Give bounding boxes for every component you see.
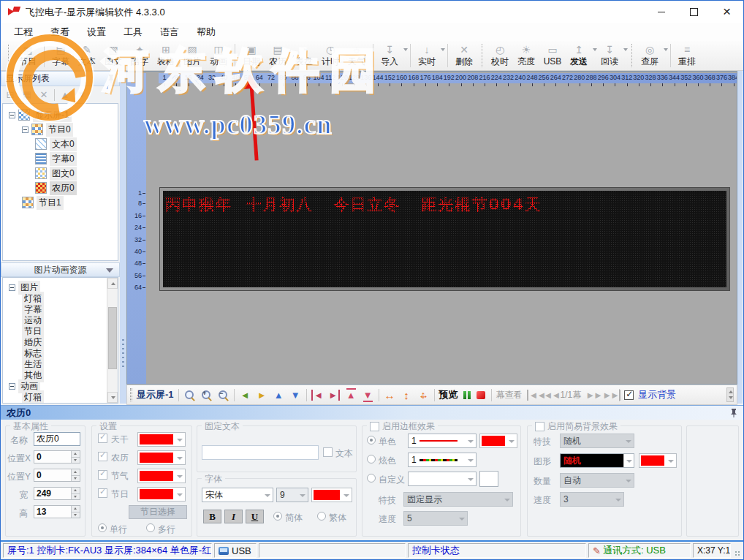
toolbar-button-clock-dial[interactable]: ◔表盘: [291, 42, 317, 69]
stretch-vertical-icon[interactable]: [401, 389, 413, 401]
dazzle-color-radio[interactable]: [367, 455, 376, 463]
menu-item[interactable]: 查看: [42, 23, 78, 41]
stretch-full-icon[interactable]: [417, 389, 430, 401]
tree-node[interactable]: 生活: [3, 359, 118, 370]
add-screen-icon[interactable]: ⊞: [4, 89, 17, 100]
border-color-dropdown[interactable]: [479, 434, 517, 448]
align-top-icon[interactable]: [345, 389, 357, 401]
tree-node[interactable]: 婚庆: [3, 337, 118, 348]
tree-node[interactable]: 节目1: [3, 195, 118, 210]
traditional-radio[interactable]: [317, 512, 326, 521]
pause-icon[interactable]: [463, 389, 471, 401]
dazzle-style-dropdown[interactable]: 1: [408, 453, 477, 467]
sidebar-splitter[interactable]: [120, 71, 126, 404]
custom-radio[interactable]: [367, 474, 376, 483]
bg-count-dropdown[interactable]: 自动: [560, 473, 634, 488]
menu-item[interactable]: 帮助: [188, 23, 224, 41]
lunar-color-dropdown[interactable]: [137, 450, 186, 465]
bg-effect-checkbox[interactable]: [535, 422, 544, 431]
tree-node[interactable]: 运动: [3, 315, 118, 326]
zoom-out-icon[interactable]: [217, 389, 229, 401]
holiday-select-button[interactable]: 节日选择: [129, 505, 187, 519]
tree-node[interactable]: 图片: [3, 282, 118, 293]
font-size-dropdown[interactable]: 9: [276, 488, 308, 502]
toolbar-button-richtext[interactable]: ▧图文: [100, 42, 126, 69]
delete-node-icon[interactable]: ✕: [37, 89, 50, 100]
tree-node[interactable]: 动画: [3, 381, 118, 392]
toolbar-button-readback[interactable]: ↧回读: [596, 42, 627, 69]
toolbar-button-brightness[interactable]: ☀亮度: [513, 42, 539, 69]
menu-item[interactable]: 工程: [5, 23, 42, 41]
underline-button[interactable]: U: [246, 510, 264, 523]
expander-icon[interactable]: [9, 383, 15, 390]
close-button[interactable]: [710, 1, 743, 22]
toolbar-button-weather[interactable]: ☼天气: [343, 42, 370, 69]
toolbar-button-sync-time[interactable]: ◴校时: [487, 42, 513, 69]
scrollbar-thumb[interactable]: [108, 307, 117, 369]
tiangan-color-dropdown[interactable]: [137, 432, 186, 447]
custom-style-dropdown[interactable]: [408, 472, 477, 486]
zoom-in-icon[interactable]: [200, 389, 213, 401]
single-line-radio[interactable]: [98, 523, 107, 532]
menu-item[interactable]: 设置: [78, 23, 115, 41]
dropdown-arrow[interactable]: [664, 48, 668, 51]
fixed-text-checkbox[interactable]: [323, 447, 333, 457]
font-color-dropdown[interactable]: [311, 488, 352, 502]
toolbar-button-realtime[interactable]: ↓实时: [414, 42, 444, 69]
italic-button[interactable]: I: [224, 510, 243, 523]
expander-icon[interactable]: [9, 112, 15, 118]
tree-node[interactable]: 文本0: [3, 137, 118, 151]
holiday-color-dropdown[interactable]: [137, 487, 186, 502]
show-background-checkbox[interactable]: [624, 390, 634, 400]
stretch-horizontal-icon[interactable]: [384, 389, 396, 401]
move-down-arrow-icon[interactable]: [289, 389, 302, 401]
solar-term-checkbox[interactable]: [98, 470, 107, 480]
bg-speed-dropdown[interactable]: 3: [560, 492, 624, 507]
prev-frame-icon[interactable]: [544, 389, 556, 401]
pos-y-stepper[interactable]: 0: [34, 469, 80, 482]
bg-effect-dropdown[interactable]: 随机: [560, 434, 634, 448]
height-stepper[interactable]: 13: [34, 505, 80, 518]
dropdown-arrow[interactable]: [623, 48, 628, 51]
toolbar-button-send[interactable]: ↥发送: [566, 42, 596, 69]
toolbar-button-text[interactable]: ✎文本: [74, 42, 100, 69]
align-left-icon[interactable]: [311, 389, 324, 401]
toolbar-button-import[interactable]: ↧导入: [376, 42, 407, 69]
maximize-button[interactable]: [677, 1, 710, 22]
toolbar-grip[interactable]: [130, 388, 132, 401]
dropdown-arrow[interactable]: [403, 48, 408, 51]
toolbar-button-rearrange[interactable]: ≡重排: [674, 42, 700, 69]
move-right-icon[interactable]: [256, 389, 268, 401]
holiday-checkbox[interactable]: [98, 488, 107, 498]
preview-button[interactable]: 预览: [439, 388, 458, 401]
toolbar-button-image[interactable]: ▨图片: [179, 42, 205, 69]
toolbar-button-program[interactable]: ▦节目: [15, 42, 41, 69]
border-speed-dropdown[interactable]: 5: [403, 511, 468, 526]
toolbar-button-delete[interactable]: ✕删除: [451, 42, 477, 69]
bold-button[interactable]: B: [203, 510, 221, 523]
tree-node[interactable]: 灯箱: [3, 293, 118, 304]
tree-node[interactable]: 标志: [3, 348, 118, 359]
resize-grip[interactable]: [733, 543, 742, 558]
move-left-icon[interactable]: [239, 389, 251, 401]
led-screen-frame[interactable]: 丙申猴年 十月初八 今日立冬 距光棍节004天: [159, 187, 730, 291]
dropdown-arrow[interactable]: [441, 48, 445, 51]
toolbar-button-coolfont[interactable]: ✦酷字: [126, 42, 153, 69]
tree-node[interactable]: 字幕0: [3, 151, 118, 166]
solar-term-color-dropdown[interactable]: [137, 469, 186, 483]
minimize-button[interactable]: [645, 1, 677, 22]
led-matrix[interactable]: 丙申猴年 十月初八 今日立冬 距光棍节004天: [163, 191, 726, 287]
stop-icon[interactable]: [476, 389, 487, 401]
tree-node[interactable]: 节目0: [3, 122, 118, 137]
simplified-radio[interactable]: [273, 512, 282, 521]
expander-icon[interactable]: [22, 126, 29, 133]
tree-node[interactable]: 节日: [3, 326, 118, 337]
zoom-reset-icon[interactable]: [183, 389, 196, 401]
tree-node[interactable]: 字幕: [3, 403, 118, 404]
mini-scrollbar[interactable]: [726, 387, 734, 402]
tiangan-checkbox[interactable]: [98, 434, 107, 443]
expander-icon[interactable]: [9, 284, 15, 291]
tree-node[interactable]: 显示屏-1: [3, 107, 118, 122]
add-program-icon[interactable]: ▦: [20, 89, 34, 100]
resources-header[interactable]: 图片动画资源: [1, 262, 120, 277]
